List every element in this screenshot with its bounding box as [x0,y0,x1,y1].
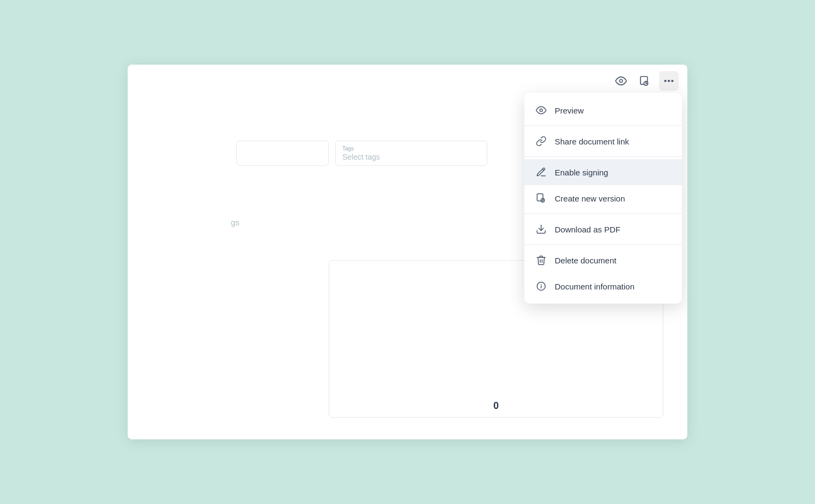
menu-label-preview: Preview [555,106,584,115]
preview-toolbar-button[interactable] [611,71,631,91]
divider-2 [524,156,682,157]
menu-label-download: Download as PDF [555,225,620,234]
svg-point-0 [619,79,623,83]
main-panel: Tags Select tags gs 0 Preview [128,65,687,439]
version-toolbar-button[interactable] [635,71,655,91]
version-menu-icon [535,192,547,204]
tags-section: Tags Select tags [236,141,487,166]
tags-label: Tags [342,146,480,152]
menu-item-signing[interactable]: Enable signing [524,159,682,185]
link-menu-icon [535,135,547,147]
menu-item-delete[interactable]: Delete document [524,247,682,273]
info-menu-icon [535,280,547,292]
menu-label-signing: Enable signing [555,168,608,177]
trash-menu-icon [535,254,547,266]
version-icon [639,75,651,87]
divider-3 [524,213,682,214]
svg-point-7 [672,80,673,81]
menu-item-version[interactable]: Create new version [524,185,682,211]
svg-point-8 [540,109,543,112]
menu-item-share[interactable]: Share document link [524,128,682,154]
divider-1 [524,125,682,126]
menu-label-delete: Delete document [555,256,616,265]
partial-text: gs [231,218,240,227]
toolbar [603,65,687,97]
divider-4 [524,244,682,245]
input-placeholder [236,141,329,166]
menu-label-share: Share document link [555,137,629,146]
more-options-button[interactable] [659,71,679,91]
tags-field[interactable]: Tags Select tags [335,141,487,166]
download-menu-icon [535,223,547,235]
menu-label-version: Create new version [555,194,625,203]
eye-menu-icon [535,104,547,116]
eye-icon [615,75,627,87]
menu-item-preview[interactable]: Preview [524,97,682,123]
svg-point-6 [668,80,669,81]
svg-point-5 [664,80,666,81]
svg-rect-9 [537,194,543,201]
page-number: 0 [329,400,663,412]
menu-item-info[interactable]: Document information [524,273,682,299]
more-icon [663,75,675,87]
tags-value: Select tags [342,153,480,161]
signing-menu-icon [535,166,547,178]
menu-label-info: Document information [555,282,635,291]
menu-item-download[interactable]: Download as PDF [524,216,682,242]
dropdown-menu: Preview Share document link [524,93,682,304]
